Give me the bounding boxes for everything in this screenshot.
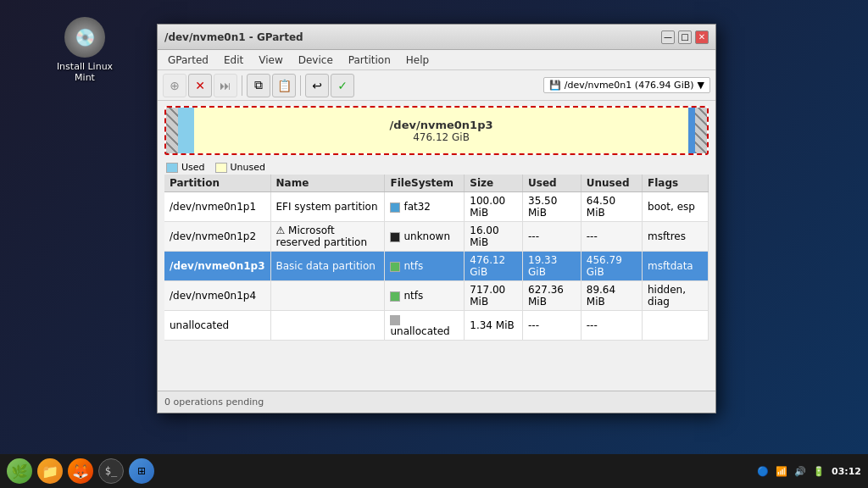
partition-used-area [178, 108, 194, 153]
cell-name: EFI system partition [270, 192, 385, 222]
cell-unused: 456.79 GiB [581, 252, 642, 281]
cell-used: 19.33 GiB [523, 252, 581, 281]
close-button[interactable]: ✕ [695, 30, 709, 44]
taskbar-files-icon[interactable]: 📁 [37, 458, 63, 484]
cell-filesystem: ntfs [385, 252, 465, 281]
menubar: GParted Edit View Device Partition Help [158, 50, 715, 70]
cell-filesystem: unknown [385, 222, 465, 252]
device-selector-icon: 💾 [549, 80, 561, 91]
chevron-down-icon: ▼ [698, 80, 704, 91]
cell-filesystem: ntfs [385, 281, 465, 311]
partition-stripe-right [695, 108, 707, 153]
taskbar-volume-icon: 🔊 [794, 466, 806, 477]
toolbar: ⊕ ✕ ⏭ ⧉ 📋 ↩ ✓ 💾 /dev/nvme0n1 (476.94 GiB… [158, 70, 715, 101]
taskbar-firefox-icon[interactable]: 🦊 [68, 458, 93, 484]
cell-partition: /dev/nvme0n1p3 [164, 252, 270, 281]
col-used: Used [523, 175, 581, 192]
menu-edit[interactable]: Edit [217, 53, 250, 68]
taskbar-wifi-icon: 📶 [776, 466, 787, 477]
cell-filesystem: fat32 [385, 192, 465, 222]
cell-flags: msftdata [643, 252, 709, 281]
unused-legend-color [215, 163, 227, 173]
cell-partition: /dev/nvme0n1p1 [164, 192, 270, 222]
maximize-button[interactable]: □ [678, 30, 692, 44]
cell-used: 35.50 MiB [523, 192, 581, 222]
minimize-button[interactable]: — [661, 30, 675, 44]
cell-unused: 89.64 MiB [581, 281, 642, 311]
col-unused: Unused [581, 175, 642, 192]
taskbar-mint-icon[interactable]: 🌿 [7, 458, 32, 484]
partition-graphic-name: /dev/nvme0n1p3 [390, 119, 493, 131]
cell-unused: --- [581, 311, 642, 341]
legend: Used Unused [158, 160, 715, 175]
window-title: /dev/nvme0n1 - GParted [164, 31, 303, 43]
device-selector-label: /dev/nvme0n1 (476.94 GiB) [565, 80, 694, 91]
col-partition: Partition [164, 175, 270, 192]
table-row[interactable]: unallocatedunallocated1.34 MiB------ [164, 311, 709, 341]
toolbar-skip-button[interactable]: ⏭ [214, 74, 237, 97]
cell-unused: 64.50 MiB [581, 192, 642, 222]
menu-help[interactable]: Help [399, 53, 436, 68]
cell-partition: /dev/nvme0n1p4 [164, 281, 270, 311]
col-filesystem: FileSystem [385, 175, 465, 192]
taskbar: 🌿 📁 🦊 $_ ⊞ 🔵 📶 🔊 🔋 03:12 [0, 454, 868, 488]
cell-used: --- [523, 222, 581, 252]
cell-size: 476.12 GiB [465, 252, 523, 281]
cell-flags: hidden, diag [643, 281, 709, 311]
desktop: 💿 Install Linux Mint /dev/nvme0n1 - GPar… [0, 0, 868, 488]
partition-stripe-left [166, 108, 178, 153]
cell-size: 1.34 MiB [465, 311, 523, 341]
cell-used: 627.36 MiB [523, 281, 581, 311]
toolbar-delete-button[interactable]: ✕ [188, 74, 212, 97]
device-selector[interactable]: 💾 /dev/nvme0n1 (476.94 GiB) ▼ [543, 77, 710, 93]
cell-partition: /dev/nvme0n1p2 [164, 222, 270, 252]
toolbar-new-button[interactable]: ⊕ [163, 74, 186, 97]
menu-gparted[interactable]: GParted [161, 53, 215, 68]
menu-device[interactable]: Device [292, 53, 340, 68]
col-name: Name [270, 175, 385, 192]
titlebar-controls: — □ ✕ [661, 30, 709, 44]
partitions-table: Partition Name FileSystem Size Used Unus… [164, 175, 709, 341]
partition-main-area: /dev/nvme0n1p3 476.12 GiB [194, 108, 688, 153]
taskbar-time: 03:12 [832, 466, 861, 477]
titlebar: /dev/nvme0n1 - GParted — □ ✕ [158, 25, 715, 50]
cell-filesystem: unallocated [385, 311, 465, 341]
cell-used: --- [523, 311, 581, 341]
partition-table: Partition Name FileSystem Size Used Unus… [164, 175, 709, 391]
toolbar-copy-button[interactable]: ⧉ [247, 74, 270, 97]
col-flags: Flags [643, 175, 709, 192]
cell-flags: boot, esp [643, 192, 709, 222]
toolbar-paste-button[interactable]: 📋 [272, 74, 296, 97]
cell-flags [643, 311, 709, 341]
table-row[interactable]: /dev/nvme0n1p1EFI system partitionfat321… [164, 192, 709, 222]
cell-unused: --- [581, 222, 642, 252]
cell-name [270, 281, 385, 311]
cell-name: Basic data partition [270, 252, 385, 281]
used-legend-label: Used [181, 162, 205, 173]
table-row[interactable]: /dev/nvme0n1p3Basic data partitionntfs47… [164, 252, 709, 281]
cell-name: ⚠️ Microsoft reserved partition [270, 222, 385, 252]
install-linux-mint-icon: 💿 [64, 17, 105, 58]
toolbar-undo-button[interactable]: ↩ [305, 74, 329, 97]
toolbar-apply-button[interactable]: ✓ [331, 74, 354, 97]
partition-graphic: /dev/nvme0n1p3 476.12 GiB [164, 106, 709, 155]
menu-partition[interactable]: Partition [342, 53, 398, 68]
taskbar-battery-icon: 🔋 [813, 466, 825, 477]
cell-partition: unallocated [164, 311, 270, 341]
desktop-icon-label: Install Linux Mint [51, 61, 119, 83]
table-row[interactable]: /dev/nvme0n1p4ntfs717.00 MiB627.36 MiB89… [164, 281, 709, 311]
menu-view[interactable]: View [252, 53, 289, 68]
desktop-icon-install-linux-mint[interactable]: 💿 Install Linux Mint [51, 17, 119, 83]
cell-flags: msftres [643, 222, 709, 252]
taskbar-right: 🔵 📶 🔊 🔋 03:12 [757, 466, 861, 477]
taskbar-bluetooth-icon: 🔵 [757, 466, 769, 477]
partition-end-blue [688, 108, 695, 153]
cell-size: 717.00 MiB [465, 281, 523, 311]
cell-size: 16.00 MiB [465, 222, 523, 252]
gparted-window: /dev/nvme0n1 - GParted — □ ✕ GParted Edi… [157, 24, 716, 413]
taskbar-terminal-icon[interactable]: $_ [98, 458, 124, 484]
taskbar-left: 🌿 📁 🦊 $_ ⊞ [7, 458, 154, 484]
table-row[interactable]: /dev/nvme0n1p2⚠️ Microsoft reserved part… [164, 222, 709, 252]
taskbar-gparted-icon[interactable]: ⊞ [129, 458, 154, 484]
col-size: Size [465, 175, 523, 192]
